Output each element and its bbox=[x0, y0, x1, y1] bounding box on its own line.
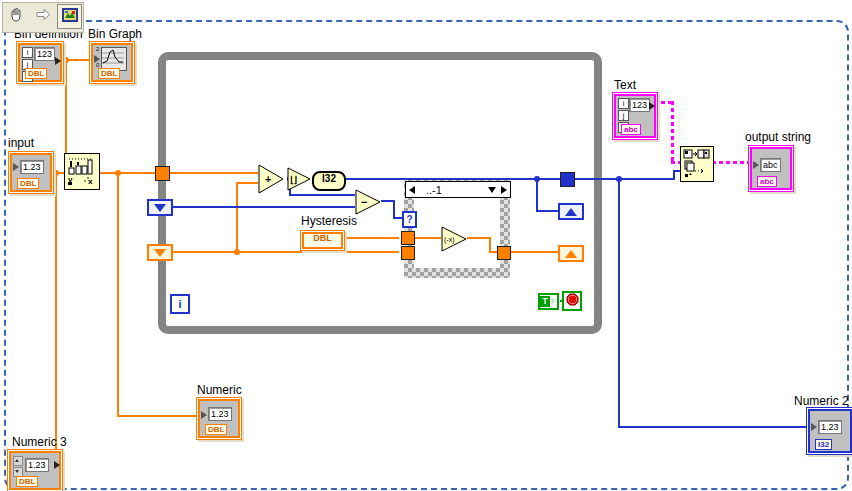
hysteresis-constant[interactable]: DBL bbox=[300, 230, 345, 251]
text-label: Text bbox=[614, 78, 636, 92]
output-arrow-icon bbox=[54, 461, 60, 469]
numeric-label: Numeric bbox=[197, 383, 242, 397]
hand-icon bbox=[8, 6, 25, 27]
wire-tunnel-to-add[interactable] bbox=[169, 172, 258, 174]
wire-negate-out[interactable] bbox=[467, 237, 490, 239]
subtract-function[interactable]: − bbox=[355, 189, 382, 220]
wire-bindef-to-histogram[interactable] bbox=[65, 59, 67, 154]
case-input-tunnel-bottom[interactable] bbox=[401, 246, 415, 260]
position-arrow-tool-button[interactable] bbox=[31, 4, 56, 29]
wire-to-numeric3[interactable] bbox=[55, 172, 57, 449]
tools-toolbar bbox=[2, 2, 84, 33]
bin-graph-label: Bin Graph bbox=[88, 27, 142, 41]
case-selector-terminal[interactable]: ? bbox=[402, 211, 417, 228]
wire-branch-to-blue-sr[interactable] bbox=[536, 178, 538, 211]
wire-histogram-to-loop[interactable] bbox=[98, 172, 155, 174]
wire-riser-to-add[interactable] bbox=[236, 182, 258, 184]
wire-to-numeric[interactable] bbox=[117, 415, 196, 417]
case-dropdown-icon[interactable] bbox=[488, 187, 496, 193]
text-terminal[interactable]: i j k 123 abc bbox=[612, 92, 658, 140]
output-string-terminal[interactable]: abc abc bbox=[748, 145, 794, 192]
shift-register-up-icon bbox=[565, 208, 577, 216]
case-prev-arrow-icon[interactable] bbox=[409, 186, 415, 194]
loop-input-tunnel[interactable] bbox=[155, 166, 170, 181]
input-arrow-icon bbox=[811, 423, 817, 431]
arrow-icon bbox=[35, 6, 52, 27]
wire-text-down[interactable] bbox=[671, 101, 674, 163]
bin-definition-terminal[interactable]: i j k 123 DBL bbox=[16, 41, 64, 84]
wire-case-to-orange-sr[interactable] bbox=[510, 251, 558, 253]
wire-i32-main[interactable] bbox=[341, 178, 560, 180]
index-array-node[interactable] bbox=[680, 146, 714, 182]
to-i32-conversion[interactable]: I32 bbox=[312, 171, 346, 191]
shift-register-up-icon bbox=[565, 250, 577, 258]
wire-blue-shift-register[interactable] bbox=[173, 206, 355, 208]
bin-graph-terminal[interactable]: 2 0 DBL bbox=[89, 41, 135, 84]
wire-index-to-output[interactable] bbox=[712, 161, 748, 164]
shift-register-left-orange[interactable] bbox=[147, 244, 173, 261]
numeric-2-label: Numeric 2 bbox=[794, 394, 849, 408]
input-label: input bbox=[8, 136, 34, 150]
wire-case-to-negate[interactable] bbox=[415, 237, 441, 239]
svg-text:⌊⌋: ⌊⌋ bbox=[290, 175, 297, 185]
shift-register-down-icon bbox=[154, 204, 166, 212]
numeric-3-terminal[interactable]: 1.23 DBL bbox=[7, 449, 63, 491]
operate-hand-tool-button[interactable] bbox=[4, 4, 29, 29]
labview-block-diagram: ..-1 bbox=[0, 0, 852, 491]
hysteresis-label: Hysteresis bbox=[301, 214, 357, 228]
wire-junction bbox=[234, 249, 240, 255]
increment-decrement-icon[interactable] bbox=[13, 456, 23, 477]
histogram-vi-node[interactable]: y x bbox=[64, 153, 100, 190]
case-selector-label[interactable]: ..-1 bbox=[405, 181, 511, 198]
negate-function[interactable]: (-x) bbox=[441, 226, 468, 257]
loop-output-tunnel[interactable] bbox=[560, 172, 575, 187]
wire-to-numeric2[interactable] bbox=[618, 426, 806, 428]
wire-subtract-down[interactable] bbox=[393, 200, 395, 218]
wire-hysteresis-to-case[interactable] bbox=[341, 237, 399, 239]
wire-down-to-numeric2[interactable] bbox=[618, 178, 620, 427]
case-output-tunnel[interactable] bbox=[497, 246, 511, 260]
svg-text:+: + bbox=[265, 173, 271, 185]
edit-icon-tool-button[interactable] bbox=[57, 4, 82, 29]
case-input-tunnel-top[interactable] bbox=[401, 231, 415, 245]
input-arrow-icon bbox=[753, 161, 759, 169]
wire-junction bbox=[616, 176, 622, 182]
numeric-terminal[interactable]: 1.23 DBL bbox=[196, 397, 242, 440]
case-next-arrow-icon[interactable] bbox=[501, 186, 507, 194]
output-string-label: output string bbox=[745, 130, 811, 144]
edit-icon bbox=[61, 7, 79, 27]
stop-sign-icon bbox=[566, 292, 579, 310]
shift-register-left-blue[interactable] bbox=[147, 199, 173, 216]
shift-register-right-blue[interactable] bbox=[558, 203, 584, 220]
svg-text:(-x): (-x) bbox=[444, 236, 455, 244]
round-to-neg-infinity-function[interactable]: ⌊⌋ bbox=[287, 167, 312, 196]
case-selector-text: ..-1 bbox=[426, 184, 442, 196]
wire-branch-down-numeric[interactable] bbox=[117, 172, 119, 416]
input-arrow-icon bbox=[13, 163, 19, 171]
numeric-3-label: Numeric 3 bbox=[12, 435, 67, 449]
output-arrow-icon bbox=[649, 102, 655, 110]
wire-junction bbox=[534, 176, 540, 182]
svg-text:−: − bbox=[361, 196, 367, 208]
output-arrow-icon bbox=[55, 57, 61, 65]
shift-register-down-icon bbox=[154, 249, 166, 257]
shift-register-right-orange[interactable] bbox=[558, 245, 584, 262]
wire-orange-shift-register[interactable] bbox=[173, 251, 399, 253]
loop-iteration-terminal[interactable]: i bbox=[170, 294, 190, 314]
input-arrow-icon bbox=[201, 411, 207, 419]
wire-sr-riser[interactable] bbox=[236, 182, 238, 252]
wire-junction bbox=[115, 170, 121, 176]
numeric-2-terminal[interactable]: 1.23 I32 bbox=[806, 407, 852, 455]
input-terminal[interactable]: 1.23 DBL bbox=[8, 151, 54, 194]
svg-text:x: x bbox=[88, 177, 93, 186]
wire-to-blue-sr[interactable] bbox=[536, 210, 558, 212]
wire-loop-out-blue[interactable] bbox=[575, 178, 674, 180]
add-function[interactable]: + bbox=[258, 164, 285, 199]
loop-condition-stop-terminal[interactable] bbox=[562, 291, 582, 311]
boolean-true-constant[interactable]: T F bbox=[538, 293, 559, 310]
